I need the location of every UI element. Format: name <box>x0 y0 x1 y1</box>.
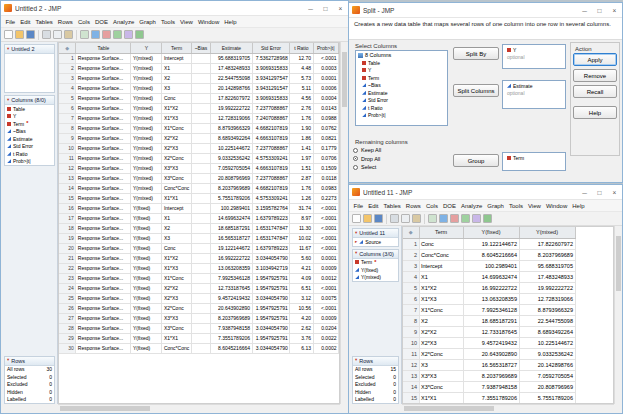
cell[interactable]: 9.4572419432 <box>463 337 519 348</box>
cell[interactable]: Y(fixed) <box>131 343 162 353</box>
vertical-scrollbar[interactable] <box>614 226 622 404</box>
table-row[interactable]: 17Response Surface...Y(fixed)X114.699632… <box>59 213 339 223</box>
cell[interactable]: Y(fixed) <box>131 333 162 343</box>
cell[interactable]: X2*X3 <box>419 337 463 348</box>
table-row[interactable]: 30Response Surface...Y(fixed)Conc*Conc8.… <box>59 343 339 353</box>
cell[interactable]: 8.2037969689 <box>463 370 519 381</box>
column-header-y[interactable]: Y <box>131 43 162 53</box>
cell[interactable]: 1.9547925791 <box>252 283 290 293</box>
grid-corner[interactable]: ◆ <box>59 43 76 53</box>
cell[interactable] <box>191 233 211 243</box>
cell[interactable]: 3.0344054790 <box>252 343 290 353</box>
cell[interactable] <box>191 223 211 233</box>
column-header-term[interactable]: Term <box>419 227 463 238</box>
selectable-column-item[interactable]: Std Error <box>356 97 447 105</box>
distribution-icon[interactable] <box>439 214 448 223</box>
table-row[interactable]: 4Response Surface...Y(mixed)X320.1428987… <box>59 83 339 93</box>
cell[interactable]: Response Surface... <box>76 273 131 283</box>
cell[interactable]: X3*Conc <box>162 323 191 333</box>
menu-rows[interactable]: Rows <box>403 203 423 209</box>
cell[interactable] <box>191 183 211 193</box>
cell[interactable]: Response Surface... <box>76 153 131 163</box>
cell[interactable]: Conc <box>162 243 191 253</box>
cell[interactable]: 19.992222722 <box>519 282 575 293</box>
cell[interactable]: Response Surface... <box>76 173 131 183</box>
cell[interactable]: Response Surface... <box>76 303 131 313</box>
menu-view[interactable]: View <box>525 203 543 209</box>
new-script-icon[interactable] <box>80 30 89 39</box>
titlebar-untitled-11[interactable]: Untitled 11 - JMP ─□× <box>349 185 622 200</box>
cell[interactable]: X1*X3 <box>162 263 191 273</box>
cell[interactable]: 1.51 <box>290 163 313 173</box>
table-row[interactable]: 16Response Surface...Y(fixed)Intercept10… <box>59 203 339 213</box>
cell[interactable] <box>191 313 211 323</box>
column-list-item[interactable]: Table <box>5 105 54 113</box>
minimize-button[interactable]: ─ <box>303 1 318 15</box>
row-number[interactable]: 7 <box>403 304 419 315</box>
table-row[interactable]: 5Response Surface...Y(mixed)Conc17.82260… <box>59 93 339 103</box>
cell[interactable]: X1*X1 <box>162 333 191 343</box>
cell[interactable]: 10.225144672 <box>211 143 252 153</box>
close-button[interactable]: × <box>333 1 348 15</box>
cell[interactable]: 1.6379789223 <box>252 243 290 253</box>
columns-panel-header[interactable]: ▾ Columns (3/0) <box>353 250 398 259</box>
cell[interactable] <box>191 133 211 143</box>
table-row[interactable]: 14Response Surface...Y(mixed)Conc*Conc8.… <box>59 183 339 193</box>
rows-panel-header[interactable]: ▾ Rows <box>5 357 54 366</box>
row-number[interactable]: 5 <box>59 93 76 103</box>
cell[interactable]: 4.20 <box>290 313 313 323</box>
row-number[interactable]: 8 <box>403 315 419 326</box>
cell[interactable]: Y(fixed) <box>131 263 162 273</box>
cell[interactable]: 1.86 <box>290 133 313 143</box>
remove-button[interactable]: Remove <box>573 69 617 82</box>
cell[interactable]: 13.063208359 <box>463 293 519 304</box>
column-list-item[interactable]: Std Error <box>5 143 54 151</box>
cell[interactable]: 0.0012 <box>313 273 338 283</box>
cell[interactable]: 5.7551789206 <box>519 392 575 403</box>
vertical-scrollbar[interactable] <box>340 42 348 404</box>
cell[interactable]: Response Surface... <box>76 333 131 343</box>
row-number[interactable]: 13 <box>403 370 419 381</box>
cell[interactable]: 0.0988 <box>313 113 338 123</box>
cell[interactable]: Y(mixed) <box>131 143 162 153</box>
graph-builder-icon[interactable] <box>461 214 470 223</box>
maximize-button[interactable]: □ <box>592 3 607 17</box>
cell[interactable]: Response Surface... <box>76 193 131 203</box>
cell[interactable]: 1.90 <box>290 123 313 133</box>
cell[interactable]: 7.2377088867 <box>252 173 290 183</box>
column-header-ymixed[interactable]: Y(mixed) <box>519 227 575 238</box>
cell[interactable]: X1*X2 <box>162 103 191 113</box>
cell[interactable]: <.0001 <box>313 53 338 63</box>
cell[interactable]: Y(mixed) <box>131 83 162 93</box>
help-button[interactable]: Help <box>573 106 617 119</box>
table-row[interactable]: 20Response Surface...Y(fixed)Conc19.1221… <box>59 243 339 253</box>
table-panel-header[interactable]: ▾ Untitled 2 <box>5 45 54 54</box>
row-number[interactable]: 2 <box>59 63 76 73</box>
cell[interactable] <box>191 123 211 133</box>
cell[interactable]: 12.728319066 <box>211 113 252 123</box>
cell[interactable]: 3.0344054790 <box>252 323 290 333</box>
cell[interactable]: 0.0006 <box>313 83 338 93</box>
cell[interactable] <box>191 163 211 173</box>
cell[interactable]: 1.6531747847 <box>252 223 290 233</box>
help-icon[interactable] <box>483 214 492 223</box>
cell[interactable]: 20.643902890 <box>211 303 252 313</box>
cell[interactable]: Y(fixed) <box>131 223 162 233</box>
cell[interactable]: X1*X2 <box>162 253 191 263</box>
split-columns-field[interactable]: Estimate optional <box>502 80 566 109</box>
cell[interactable]: 7.9387948158 <box>211 323 252 333</box>
radio-button-icon[interactable] <box>353 148 358 153</box>
row-number[interactable]: 24 <box>59 283 76 293</box>
cell[interactable]: 4.5753309241 <box>252 153 290 163</box>
cell[interactable] <box>191 103 211 113</box>
column-list-item[interactable]: Y <box>5 113 54 121</box>
recall-button[interactable]: Recall <box>573 85 617 98</box>
cell[interactable]: 0.0009 <box>313 313 338 323</box>
cell[interactable]: Y(mixed) <box>131 53 162 63</box>
menu-graph[interactable]: Graph <box>137 19 159 25</box>
cell[interactable]: Response Surface... <box>76 133 131 143</box>
row-number[interactable]: 3 <box>59 73 76 83</box>
cell[interactable]: Y(mixed) <box>131 73 162 83</box>
cell[interactable]: 18.685187291 <box>211 223 252 233</box>
menu-edit[interactable]: Edit <box>366 203 381 209</box>
